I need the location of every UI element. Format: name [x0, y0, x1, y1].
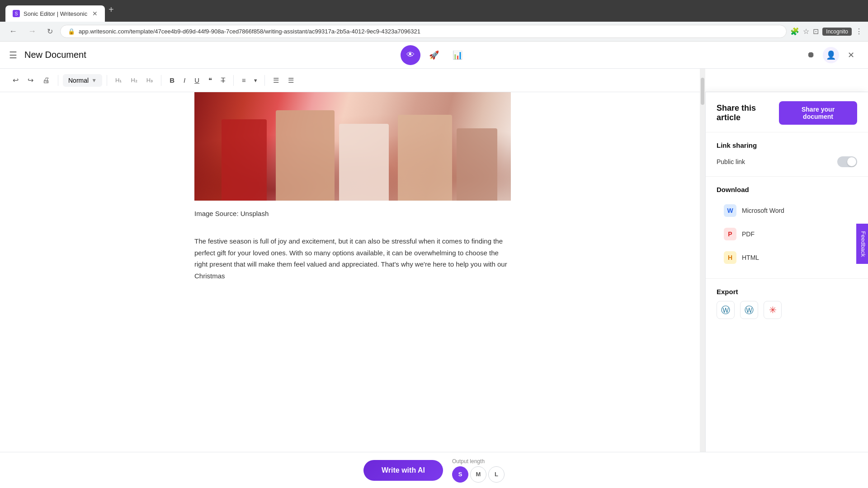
html-label: HTML [742, 254, 759, 261]
download-title: Download [717, 186, 857, 193]
forward-button[interactable]: → [24, 25, 40, 38]
main-content: Image Source: Unsplash The festive seaso… [0, 92, 868, 488]
share-panel-title: Share this article [717, 103, 779, 122]
tab-title: Sonic Editor | Writesonic [24, 10, 89, 17]
lock-icon: 🔒 [68, 28, 75, 35]
output-length-control: Output length S M L [452, 458, 505, 483]
size-l-button[interactable]: L [488, 466, 505, 483]
underline-button[interactable]: U [191, 74, 203, 87]
browser-chrome: S Sonic Editor | Writesonic ✕ + [0, 0, 868, 22]
toolbar-divider [58, 75, 58, 86]
align-button[interactable]: ≡ [238, 74, 250, 87]
chrome-menu-icon[interactable]: ⋮ [855, 27, 863, 36]
header-center-icons: 👁 🚀 📊 [401, 45, 467, 65]
share-document-button[interactable]: Share your document [779, 101, 857, 125]
pdf-icon: P [724, 228, 736, 240]
undo-button[interactable]: ↩ [9, 73, 22, 87]
export-title: Export [717, 288, 857, 296]
pdf-label: PDF [742, 230, 755, 238]
editor-scroll[interactable]: Image Source: Unsplash The festive seaso… [0, 92, 705, 488]
record-button[interactable]: ⏺ [803, 47, 819, 63]
size-m-button[interactable]: M [470, 466, 486, 483]
share-panel: Share this article Share your document L… [705, 92, 868, 488]
scrollbar-thumb [701, 78, 704, 105]
tab-close-icon[interactable]: ✕ [92, 10, 98, 17]
incognito-badge: Incognito [822, 28, 852, 36]
format-select-label: Normal [68, 77, 89, 84]
export-other-button[interactable]: ✳ [764, 301, 782, 319]
html-icon: H [724, 251, 736, 264]
editor-area: Image Source: Unsplash The festive seaso… [0, 92, 705, 488]
share-user-button[interactable]: 👤 [823, 47, 839, 63]
export-wordpress-button[interactable]: Ⓦ [717, 301, 735, 319]
refresh-button[interactable]: ↻ [43, 25, 57, 38]
toggle-knob [847, 157, 856, 166]
editor-content-wrapper: Image Source: Unsplash The festive seaso… [194, 92, 511, 291]
download-pdf-option[interactable]: P PDF [717, 222, 857, 246]
tab-favicon: S [13, 10, 20, 17]
bold-button[interactable]: B [166, 74, 178, 87]
write-ai-button[interactable]: Write with AI [363, 460, 443, 481]
hamburger-menu-button[interactable]: ☰ [9, 50, 17, 61]
preview-icon-button[interactable]: 👁 [401, 45, 420, 65]
public-link-row: Public link [717, 156, 857, 167]
browser-tab[interactable]: S Sonic Editor | Writesonic ✕ [5, 5, 105, 22]
toolbar: ↩ ↪ 🖨 Normal ▼ H₁ H₂ H₃ B I U ❝ T̶ ≡ ▼ ☰… [0, 69, 868, 92]
share-panel-header: Share this article Share your document [706, 92, 868, 132]
new-tab-button[interactable]: + [105, 5, 118, 15]
link-sharing-title: Link sharing [717, 141, 857, 149]
ordered-list-button[interactable]: ☰ [284, 74, 297, 87]
h2-button[interactable]: H₂ [127, 75, 141, 85]
unordered-list-button[interactable]: ☰ [269, 74, 283, 87]
export-wordpress2-button[interactable]: Ⓦ [740, 301, 758, 319]
browser-nav: ← → ↻ 🔒 app.writesonic.com/template/47ce… [0, 22, 868, 42]
toolbar-divider-2 [107, 75, 107, 86]
italic-button[interactable]: I [180, 74, 189, 87]
public-link-label: Public link [717, 158, 745, 165]
extensions-icon[interactable]: 🧩 [790, 27, 799, 36]
write-ai-bar: Write with AI Output length S M L [0, 452, 868, 488]
output-size-buttons: S M L [452, 466, 505, 483]
header-close-button[interactable]: ✕ [843, 47, 859, 63]
align-chevron-button[interactable]: ▼ [251, 75, 260, 86]
word-label: Microsoft Word [742, 207, 784, 214]
right-scrollbar[interactable] [700, 69, 705, 452]
bookmark-icon[interactable]: ☆ [803, 27, 809, 36]
article-image [194, 92, 511, 201]
format-select[interactable]: Normal ▼ [63, 74, 102, 87]
toolbar-divider-3 [161, 75, 161, 86]
redo-button[interactable]: ↪ [24, 73, 37, 87]
slides-icon-button[interactable]: 📊 [448, 45, 467, 65]
feedback-label: Feedback [860, 231, 867, 257]
export-section: Export Ⓦ Ⓦ ✳ [706, 279, 868, 328]
rocket-icon-button[interactable]: 🚀 [424, 45, 444, 65]
word-icon: W [724, 204, 736, 217]
strikethrough-button[interactable]: T̶ [217, 74, 229, 87]
quote-button[interactable]: ❝ [205, 74, 216, 87]
back-button[interactable]: ← [5, 25, 21, 38]
nav-right-icons: 🧩 ☆ ⊡ Incognito ⋮ [790, 27, 863, 36]
download-html-option[interactable]: H HTML [717, 246, 857, 269]
output-length-label: Output length [452, 458, 505, 465]
toggle-switch[interactable] [837, 156, 857, 167]
chevron-down-icon: ▼ [91, 77, 97, 84]
print-button[interactable]: 🖨 [39, 74, 53, 87]
h1-button[interactable]: H₁ [112, 75, 125, 85]
link-sharing-section: Link sharing Public link [706, 132, 868, 177]
toolbar-divider-5 [264, 75, 265, 86]
url-text: app.writesonic.com/template/47cee4b9-d69… [79, 28, 420, 35]
h3-button[interactable]: H₃ [143, 75, 156, 85]
app-header: ☰ New Document 👁 🚀 📊 ⏺ 👤 ✕ [0, 42, 868, 69]
feedback-tab[interactable]: Feedback [856, 224, 868, 264]
article-text: The festive season is full of joy and ex… [194, 235, 511, 291]
download-section: Download W Microsoft Word P PDF H HTML [706, 177, 868, 279]
size-s-button[interactable]: S [452, 466, 468, 483]
download-word-option[interactable]: W Microsoft Word [717, 199, 857, 222]
image-caption: Image Source: Unsplash [194, 201, 511, 235]
document-title: New Document [24, 50, 86, 60]
header-right-actions: ⏺ 👤 ✕ [803, 47, 859, 63]
address-bar[interactable]: 🔒 app.writesonic.com/template/47cee4b9-d… [60, 25, 787, 38]
sidebar-panel-icon[interactable]: ⊡ [813, 27, 819, 36]
export-icons-row: Ⓦ Ⓦ ✳ [717, 301, 857, 319]
toolbar-divider-4 [233, 75, 234, 86]
